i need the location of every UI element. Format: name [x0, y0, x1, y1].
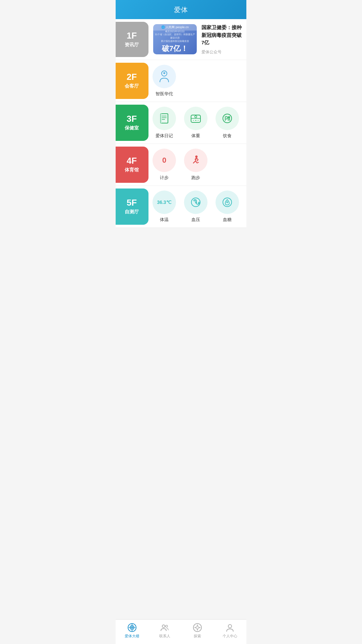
news-source: 爱体公众号: [201, 49, 243, 55]
news-title: 国家卫健委：接种新冠病毒疫苗突破7亿: [201, 24, 243, 47]
run-icon-circle: [184, 149, 207, 172]
diet-icon: [221, 112, 234, 125]
news-image: 🌐 人民网 people.cn 截至2021年6月2日31个省（自治区、直辖市）…: [153, 24, 197, 54]
sugar-icon-circle: ✚: [216, 191, 239, 214]
sugar-icon: ✚: [221, 196, 234, 209]
floor-1-label[interactable]: 1F 资讯厅: [116, 22, 148, 57]
diet-icon-circle: [216, 107, 239, 130]
floor-5-content: 36.3℃ 体温 ✚ 血压: [148, 186, 246, 227]
floor-3-number: 3F: [127, 114, 137, 124]
floor-5-section: 5F 自测厅 36.3℃ 体温 ✚ 血压: [116, 186, 246, 228]
floor-1-content: 🌐 人民网 people.cn 截至2021年6月2日31个省（自治区、直辖市）…: [148, 19, 246, 60]
nav-contacts-label: 联系人: [159, 634, 170, 639]
icon-weight[interactable]: 体重: [180, 105, 212, 141]
nav-building[interactable]: 爱体大楼: [120, 623, 144, 639]
temp-label: 体温: [160, 217, 169, 223]
doctor-icon: ✚: [157, 69, 171, 84]
weight-label: 体重: [191, 133, 200, 139]
floor-2-content: ✚ 智医华佗: [148, 60, 246, 102]
diary-icon-circle: [153, 107, 176, 130]
icon-zhiyi[interactable]: ✚ 智医华佗: [148, 63, 180, 99]
temp-icon-circle: 36.3℃: [153, 191, 176, 214]
bp-icon-circle: ✚: [184, 191, 207, 214]
floor-3-name: 保健室: [125, 125, 139, 131]
zhiyi-label: 智医华佗: [156, 91, 173, 97]
floor-3-label[interactable]: 3F 保健室: [116, 105, 148, 141]
floor-4-content: 0 计步 跑步: [148, 144, 246, 185]
step-count-value: 0: [162, 156, 166, 165]
nav-profile-label: 个人中心: [223, 634, 237, 639]
icon-sugar[interactable]: ✚ 血糖: [212, 189, 243, 225]
floor-1-number: 1F: [127, 31, 137, 41]
svg-point-30: [166, 625, 168, 627]
floor-5-label[interactable]: 5F 自测厅: [116, 189, 148, 225]
floor-1-name: 资讯厅: [125, 42, 139, 48]
building-icon: [127, 623, 137, 632]
floor-1-section: 1F 资讯厅 🌐 人民网 people.cn 截至2021年6月2日31个省（自…: [116, 19, 246, 60]
floor-4-number: 4F: [127, 156, 137, 166]
svg-text:✚: ✚: [226, 201, 229, 204]
bp-label: 血压: [191, 217, 200, 223]
floor-4-name: 体育馆: [125, 167, 139, 173]
icon-steps[interactable]: 0 计步: [148, 147, 180, 183]
bottom-nav: 爱体大楼 联系人 探索 个人中心: [116, 619, 246, 644]
icon-bp[interactable]: ✚ 血压: [180, 189, 212, 225]
zhiyi-icon-circle: ✚: [153, 65, 176, 88]
app-title: 爱体: [174, 6, 188, 13]
icon-diet[interactable]: 饮食: [212, 105, 243, 141]
floor-2-name: 会客厅: [125, 83, 139, 89]
floor-5-number: 5F: [127, 198, 137, 208]
svg-point-17: [195, 155, 198, 158]
nav-explore-label: 探索: [194, 634, 201, 639]
svg-point-33: [228, 625, 232, 628]
floor-2-section: 2F 会客厅 ✚ 智医华佗: [116, 60, 246, 102]
temp-value: 36.3℃: [157, 200, 171, 205]
svg-rect-7: [161, 114, 162, 123]
nav-profile[interactable]: 个人中心: [218, 623, 242, 639]
svg-marker-32: [195, 625, 200, 630]
icon-temp[interactable]: 36.3℃ 体温: [148, 189, 180, 225]
profile-icon: [225, 623, 235, 632]
nav-explore[interactable]: 探索: [186, 623, 209, 639]
diet-label: 饮食: [223, 133, 232, 139]
floor-2-label[interactable]: 2F 会客厅: [116, 63, 148, 99]
weight-icon-circle: [184, 107, 207, 130]
floor-3-section: 3F 保健室 爱体日记: [116, 102, 246, 144]
news-date: 截至2021年6月2日31个省（自治区、直辖市）和新疆生产建设兵团累计报告接种新…: [153, 30, 197, 43]
run-label: 跑步: [191, 175, 200, 181]
steps-label: 计步: [160, 175, 169, 181]
news-logo: 🌐 人民网 people.cn: [153, 24, 197, 31]
svg-text:✚: ✚: [163, 72, 166, 75]
floor-2-number: 2F: [127, 72, 137, 82]
explore-icon: [193, 623, 202, 632]
news-text: 国家卫健委：接种新冠病毒疫苗突破7亿 爱体公众号: [201, 24, 243, 55]
floor-4-label[interactable]: 4F 体育馆: [116, 147, 148, 183]
floor-3-content: 爱体日记 体重: [148, 102, 246, 144]
svg-point-29: [162, 625, 165, 628]
run-icon: [189, 154, 202, 167]
news-headline-big: 破7亿！: [162, 44, 188, 54]
icon-diary[interactable]: 爱体日记: [148, 105, 180, 141]
nav-contacts[interactable]: 联系人: [153, 623, 176, 639]
app-header: 爱体: [116, 0, 246, 19]
nav-building-label: 爱体大楼: [125, 634, 139, 639]
contacts-icon: [160, 623, 169, 632]
diary-label: 爱体日记: [156, 133, 173, 139]
steps-icon-circle: 0: [153, 149, 176, 172]
svg-text:✚: ✚: [195, 201, 197, 204]
svg-point-10: [195, 116, 197, 118]
floor-5-name: 自测厅: [125, 209, 139, 215]
news-card[interactable]: 🌐 人民网 people.cn 截至2021年6月2日31个省（自治区、直辖市）…: [153, 24, 243, 55]
sugar-label: 血糖: [223, 217, 232, 223]
bp-icon: ✚: [189, 196, 202, 209]
svg-rect-8: [191, 115, 200, 122]
diary-icon: [158, 112, 171, 125]
icon-run[interactable]: 跑步: [180, 147, 212, 183]
floor-4-section: 4F 体育馆 0 计步 跑步: [116, 144, 246, 186]
weight-icon: [189, 112, 202, 125]
